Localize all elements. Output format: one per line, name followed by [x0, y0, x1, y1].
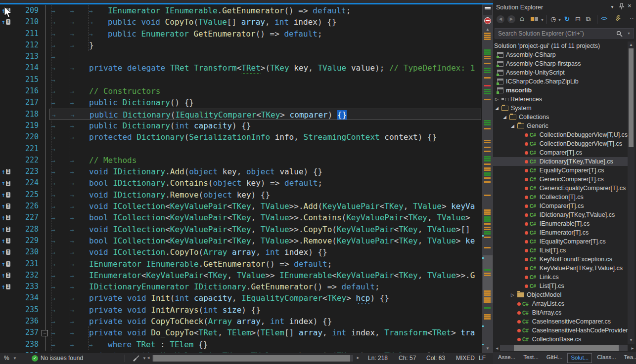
outlining-margin[interactable] [39, 235, 49, 246]
code-text[interactable]: →→→public Enumerator GetEnumerator() => … [49, 28, 482, 40]
tree-scroll-right-icon[interactable]: ► [631, 346, 635, 351]
window-position-icon[interactable]: ▼ [610, 5, 614, 9]
tree-item-ienumerable-t-cs[interactable]: C#IEnumerable[T].cs [493, 219, 628, 228]
implements-gutter-icon[interactable]: ↑I [0, 270, 13, 281]
sync-with-active-document-icon[interactable] [531, 15, 538, 23]
implements-gutter-icon[interactable]: ↑I [0, 246, 13, 258]
tree-item-arraylist-cs[interactable]: C#ArrayList.cs [493, 299, 628, 308]
code-text[interactable]: →→→public void CopyTo(TValue[] array, in… [49, 16, 482, 28]
expand-arrow-icon[interactable]: ▷ [511, 292, 517, 297]
outlining-margin[interactable] [39, 155, 49, 166]
outlining-margin[interactable] [39, 51, 49, 62]
outlining-margin[interactable] [39, 85, 49, 97]
outlining-margin[interactable] [39, 16, 49, 28]
broom-dropdown-icon[interactable]: ▼ [142, 356, 146, 361]
broom-icon[interactable] [133, 355, 140, 362]
tree-item-assembly-csharp-firstpass[interactable]: Assembly-CSharp-firstpass [493, 59, 628, 68]
tree-item-equalitycomparer-t-cs[interactable]: C#EqualityComparer[T].cs [493, 166, 628, 175]
code-text[interactable]: →→private void InitArrays(int size) {} [49, 304, 482, 316]
code-text[interactable]: →→private void Init(int capacity, IEqual… [49, 292, 482, 304]
tree-item-collections[interactable]: ◢Collections [493, 113, 628, 121]
code-text[interactable]: →→public Dictionary(int capacity) {} [49, 120, 482, 131]
toolbar-overflow-icon[interactable]: ‥ [630, 13, 634, 20]
panel-tab-test[interactable]: Test... [520, 353, 542, 363]
outlining-margin[interactable] [39, 120, 49, 131]
outlining-margin[interactable] [39, 292, 49, 304]
code-text[interactable]: →→public Dictionary() {} [49, 97, 482, 108]
code-text[interactable]: →→void IDictionary.Add(object key, objec… [49, 166, 482, 177]
outlining-margin[interactable] [39, 143, 49, 155]
status-eol[interactable]: LF [479, 355, 486, 362]
back-icon[interactable]: ◄ [497, 15, 504, 23]
outlining-margin[interactable] [39, 304, 49, 316]
code-line-220[interactable]: 220→→protected Dictionary(SerializationI… [0, 131, 482, 143]
tree-item-assembly-csharp[interactable]: Assembly-CSharp [493, 50, 628, 59]
tree-item-collectionbase-cs[interactable]: C#CollectionBase.cs [493, 335, 628, 344]
code-text[interactable]: →→} [49, 40, 482, 51]
code-area[interactable]: ↑I209→→→IEnumerator IEnumerable.GetEnume… [0, 4, 482, 353]
code-line-236[interactable]: 236→→private void CopyToCheck(Array arra… [0, 316, 482, 327]
tree-scroll-down-icon[interactable]: ▼ [628, 338, 635, 342]
code-text[interactable]: → [49, 51, 482, 62]
history-icon[interactable]: ◷ [550, 15, 556, 23]
tree-item-keynotfoundexception-cs[interactable]: C#KeyNotFoundException.cs [493, 255, 628, 264]
code-text[interactable]: →→bool IDictionary.Contains(object key) … [49, 177, 482, 189]
code-line-238[interactable]: 238→→→where TRet : TElem {} [0, 339, 482, 350]
code-text[interactable]: →→IEnumerator IEnumerable.GetEnumerator(… [49, 258, 482, 270]
tree-hscroll-track[interactable] [500, 345, 628, 351]
copy-pages-icon[interactable]: ⧉ [586, 15, 591, 23]
code-line-216[interactable]: 216→→// Constructors [0, 85, 482, 97]
tree-item-link-cs[interactable]: C#Link.cs [493, 273, 628, 282]
outlining-margin[interactable] [39, 339, 49, 350]
code-line-226[interactable]: ↑I226→→void ICollection<KeyValuePair<TKe… [0, 201, 482, 212]
outlining-margin[interactable] [39, 5, 49, 16]
search-dropdown-icon[interactable]: ▼ [627, 32, 631, 35]
home-icon[interactable]: ⌂ [520, 14, 524, 22]
outlining-margin[interactable] [39, 246, 49, 258]
outlining-margin[interactable] [39, 74, 49, 85]
code-line-229[interactable]: ↑I229→→bool ICollection<KeyValuePair<TKe… [0, 235, 482, 246]
collapse-arrow-icon[interactable]: ◢ [495, 106, 501, 111]
outlining-margin[interactable] [39, 212, 49, 223]
expand-arrow-icon[interactable]: ▷ [495, 97, 501, 102]
explorer-vertical-scrollbar[interactable]: ▲ ▼ [628, 41, 635, 344]
outlining-margin[interactable] [39, 258, 49, 270]
history-dropdown-icon[interactable]: ▼ [558, 18, 561, 22]
code-text[interactable]: →→public Dictionary(IEqualityComparer<TK… [49, 109, 481, 120]
code-text[interactable]: →→// Constructors [49, 85, 482, 97]
collapse-all-icon[interactable]: ⊟ [575, 15, 581, 23]
code-line-235[interactable]: 235→→private void InitArrays(int size) {… [0, 304, 482, 316]
code-text[interactable]: →→→IEnumerator IEnumerable.GetEnumerator… [49, 5, 482, 16]
implements-gutter-icon[interactable]: ↑I [0, 189, 13, 201]
code-line-211[interactable]: 211→→→public Enumerator GetEnumerator() … [0, 28, 482, 40]
tree-item-caseinsensitivecomparer-cs[interactable]: C#CaseInsensitiveComparer.cs [493, 317, 628, 326]
tree-scroll-left-icon[interactable]: ◄ [495, 346, 499, 351]
tree-item-icollection-t-cs[interactable]: C#ICollection[T].cs [493, 193, 628, 202]
tree-item-system[interactable]: ◢System [493, 104, 628, 113]
code-line-224[interactable]: ↑I224→→bool IDictionary.Contains(object … [0, 177, 482, 189]
code-line-223[interactable]: ↑I223→→void IDictionary.Add(object key, … [0, 166, 482, 177]
code-text[interactable]: →→IEnumerator<KeyValuePair<TKey, TValue>… [49, 270, 482, 281]
editor-vertical-scrollbar[interactable]: ▲ ▼ [482, 4, 493, 353]
code-text[interactable]: →→void ICollection<KeyValuePair<TKey, TV… [49, 201, 482, 212]
tree-item-objectmodel[interactable]: ▷ObjectModel [493, 290, 628, 299]
search-box[interactable]: Search Solution Explorer (Ctrl+¨) ▼ [495, 28, 634, 39]
code-line-228[interactable]: ↑I228→→void ICollection<KeyValuePair<TKe… [0, 224, 482, 235]
tree-item-ilist-t-cs[interactable]: C#IList[T].cs [493, 246, 628, 255]
tree-item-icsharpcode-sharpziplib[interactable]: ICSharpCode.SharpZipLib [493, 77, 628, 86]
code-line-219[interactable]: 219→→public Dictionary(int capacity) {} [0, 120, 482, 131]
view-code-icon[interactable]: <> [601, 15, 607, 21]
sync-dropdown-icon[interactable]: ▼ [541, 18, 544, 22]
outlining-margin[interactable] [39, 62, 49, 74]
split-editor-handle-icon[interactable] [483, 5, 492, 15]
tree-item-bitarray-cs[interactable]: C#BitArray.cs [493, 308, 628, 317]
code-text[interactable]: → [49, 74, 482, 85]
code-line-215[interactable]: 215→ [0, 74, 482, 85]
issues-status[interactable]: No issues found [41, 355, 83, 362]
code-text[interactable]: → [49, 143, 482, 155]
implements-gutter-icon[interactable]: ↑I [0, 177, 13, 189]
outlining-margin[interactable] [39, 97, 49, 108]
refresh-icon[interactable]: ↻ [564, 15, 570, 23]
hscroll-right-icon[interactable]: ► [356, 356, 360, 360]
outlining-margin[interactable] [39, 131, 49, 143]
